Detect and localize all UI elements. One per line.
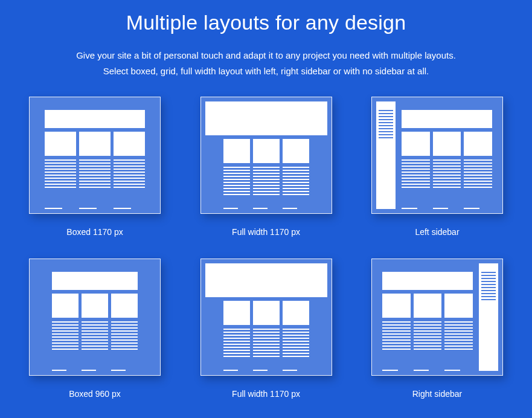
layout-option-fullwidth-1170[interactable]: Full width 1170 px [198,97,335,237]
layout-option-right-sidebar[interactable]: Right sidebar [369,259,505,399]
layout-option-left-sidebar[interactable]: Left sidebar [369,97,505,237]
layouts-grid: Boxed 1170 px Full width 11 [24,97,508,399]
layout-label: Full width 1170 px [198,227,335,237]
layout-label: Boxed 1170 px [27,227,163,237]
layout-label: Boxed 960 px [27,389,163,399]
section-heading: Multiple layouts for any design [24,11,508,34]
layout-thumbnail-icon [29,97,161,214]
layout-thumbnail-icon [371,259,503,376]
layout-thumbnail-icon [200,97,332,214]
description-line-1: Give your site a bit of personal touch a… [76,50,456,60]
layout-thumbnail-icon [371,97,503,214]
layout-thumbnail-icon [200,259,332,376]
layout-thumbnail-icon [29,259,161,376]
layout-option-fullwidth-1170-b[interactable]: Full width 1170 px [198,259,335,399]
layout-label: Left sidebar [369,227,505,237]
description-line-2: Select boxed, grid, full width layout wi… [103,66,429,76]
layout-option-boxed-1170[interactable]: Boxed 1170 px [27,97,163,237]
section-description: Give your site a bit of personal touch a… [24,48,508,79]
layout-label: Right sidebar [369,389,505,399]
layout-label: Full width 1170 px [198,389,335,399]
layout-option-boxed-960[interactable]: Boxed 960 px [27,259,163,399]
